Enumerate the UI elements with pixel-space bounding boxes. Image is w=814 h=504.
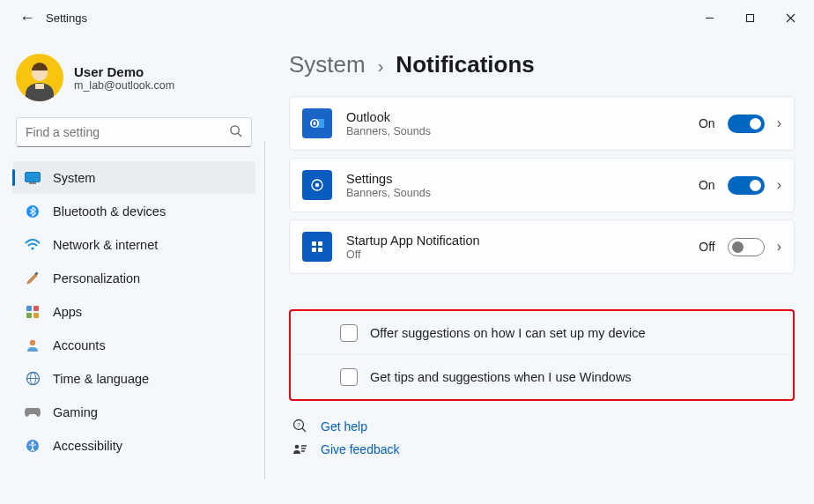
toggle-switch[interactable] — [728, 115, 765, 133]
user-name: User Demo — [74, 64, 174, 79]
checkbox-row-get-tips[interactable]: Get tips and suggestions when I use Wind… — [291, 355, 793, 399]
clock-globe-icon — [25, 371, 41, 387]
svg-rect-33 — [318, 248, 322, 252]
toggle-switch[interactable] — [728, 176, 765, 195]
back-icon[interactable]: ← — [19, 9, 35, 27]
notif-sender-settings[interactable]: Settings Banners, Sounds On › — [289, 158, 795, 212]
search-icon — [229, 124, 242, 141]
nav-label: Accessibility — [53, 439, 122, 453]
checkbox-label: Offer suggestions on how I can set up my… — [370, 326, 645, 340]
chevron-right-icon: › — [777, 115, 781, 131]
chevron-right-icon: › — [378, 56, 384, 77]
nav-item-accounts[interactable]: Accounts — [12, 329, 255, 361]
svg-rect-30 — [312, 241, 316, 246]
checkbox[interactable] — [340, 368, 358, 386]
nav-item-bluetooth[interactable]: Bluetooth & devices — [12, 195, 255, 227]
apps-icon — [25, 304, 41, 320]
card-title: Startup App Notification — [346, 233, 699, 248]
toggle-state-label: On — [699, 116, 715, 130]
sidebar-separator — [264, 141, 265, 479]
nav-item-personalization[interactable]: Personalization — [12, 262, 255, 294]
brush-icon — [25, 271, 41, 286]
nav-label: Network & internet — [53, 238, 158, 252]
svg-line-6 — [238, 133, 241, 137]
user-profile[interactable]: User Demo m_lab@outlook.com — [12, 48, 255, 114]
feedback-icon — [291, 443, 308, 456]
card-title: Outlook — [346, 110, 699, 124]
svg-rect-12 — [26, 306, 32, 311]
nav-label: Accounts — [53, 338, 106, 352]
checkbox[interactable] — [340, 324, 358, 342]
card-subtitle: Banners, Sounds — [346, 125, 699, 137]
nav-item-apps[interactable]: Apps — [12, 295, 255, 328]
content-area: User Demo m_lab@outlook.com System Bluet… — [0, 35, 814, 504]
svg-rect-7 — [26, 172, 41, 182]
svg-rect-14 — [26, 313, 32, 318]
get-help-link[interactable]: ? Get help — [291, 419, 795, 434]
svg-text:?: ? — [297, 422, 300, 428]
svg-point-28 — [315, 183, 319, 187]
help-icon: ? — [291, 419, 308, 434]
search-input[interactable] — [26, 125, 229, 139]
nav-list: System Bluetooth & devices Network & int… — [12, 161, 255, 462]
nav-item-accessibility[interactable]: Accessibility — [12, 429, 255, 462]
link-label: Give feedback — [321, 442, 400, 456]
svg-point-21 — [32, 441, 34, 444]
settings-app-icon — [302, 170, 332, 200]
nav-label: Apps — [53, 305, 82, 319]
settings-window: ← Settings User Demo m_lab@outlook.com — [0, 0, 814, 504]
footer-links: ? Get help Give feedback — [289, 419, 795, 456]
notif-sender-startup[interactable]: Startup App Notification Off Off › — [289, 219, 795, 274]
link-label: Get help — [321, 419, 367, 434]
nav-item-gaming[interactable]: Gaming — [12, 396, 255, 428]
bluetooth-icon — [25, 204, 41, 219]
chevron-right-icon: › — [777, 239, 781, 255]
minimize-button[interactable] — [689, 4, 729, 32]
main-panel: System › Notifications Outlook Banners, … — [264, 35, 814, 504]
svg-rect-31 — [318, 241, 322, 246]
card-subtitle: Banners, Sounds — [346, 187, 699, 199]
startup-app-icon — [302, 232, 332, 262]
svg-rect-15 — [33, 313, 39, 318]
give-feedback-link[interactable]: Give feedback — [291, 442, 795, 456]
nav-item-network[interactable]: Network & internet — [12, 228, 255, 261]
svg-point-5 — [231, 125, 239, 133]
maximize-button[interactable] — [729, 4, 770, 32]
sidebar: User Demo m_lab@outlook.com System Bluet… — [0, 35, 264, 504]
close-button[interactable] — [770, 4, 810, 32]
svg-line-35 — [302, 428, 306, 432]
svg-point-37 — [294, 444, 299, 448]
breadcrumb-parent[interactable]: System — [289, 51, 366, 78]
wifi-icon — [25, 237, 41, 253]
svg-rect-8 — [29, 182, 36, 184]
toggle-state-label: On — [699, 178, 715, 192]
gamepad-icon — [25, 404, 41, 420]
notif-sender-outlook[interactable]: Outlook Banners, Sounds On › — [289, 96, 795, 151]
svg-rect-1 — [746, 14, 753, 21]
nav-item-time-language[interactable]: Time & language — [12, 362, 255, 395]
page-title: Notifications — [396, 51, 534, 78]
checkbox-row-offer-suggestions[interactable]: Offer suggestions on how I can set up my… — [291, 311, 793, 355]
toggle-state-label: Off — [699, 240, 714, 254]
nav-label: Gaming — [53, 405, 98, 419]
toggle-switch[interactable] — [728, 238, 765, 256]
svg-rect-32 — [312, 248, 316, 252]
outlook-icon — [302, 108, 332, 138]
svg-point-16 — [30, 339, 35, 345]
additional-settings-highlight: Offer suggestions on how I can set up my… — [289, 309, 795, 401]
user-email: m_lab@outlook.com — [74, 79, 174, 92]
window-title: Settings — [46, 11, 87, 25]
window-controls — [689, 4, 810, 32]
card-title: Settings — [346, 172, 699, 186]
accessibility-icon — [25, 438, 41, 454]
search-box[interactable] — [16, 117, 252, 147]
nav-item-system[interactable]: System — [12, 161, 255, 194]
nav-label: Personalization — [53, 271, 140, 285]
nav-label: System — [53, 171, 95, 185]
svg-rect-29 — [308, 238, 326, 256]
svg-point-10 — [31, 247, 33, 249]
checkbox-label: Get tips and suggestions when I use Wind… — [370, 370, 632, 384]
avatar — [16, 54, 63, 101]
titlebar: ← Settings — [0, 0, 814, 35]
chevron-right-icon: › — [777, 177, 781, 193]
